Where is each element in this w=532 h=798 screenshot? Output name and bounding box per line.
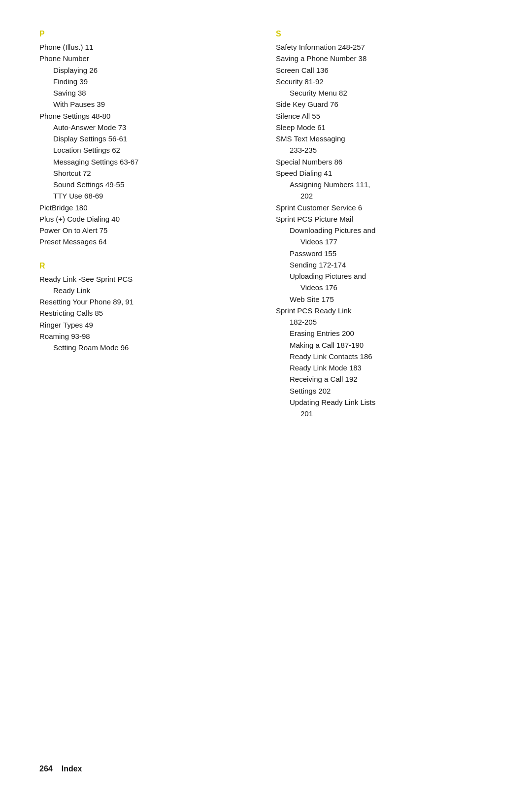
entry-ready-link-sub: Ready Link: [53, 285, 256, 296]
right-column: S Safety Information 248-257 Saving a Ph…: [276, 30, 493, 433]
entry-downloading-pictures: Downloading Pictures and: [290, 225, 493, 236]
entry-safety-info: Safety Information 248-257: [276, 41, 493, 53]
entry-sprint-customer-service: Sprint Customer Service 6: [276, 202, 493, 213]
entry-finding: Finding 39: [53, 76, 256, 87]
entry-password: Password 155: [290, 248, 493, 259]
entry-resetting-phone: Resetting Your Phone 89, 91: [39, 296, 256, 307]
entry-settings-202: Settings 202: [290, 385, 493, 397]
entry-setting-roam-mode: Setting Roam Mode 96: [53, 342, 256, 353]
entry-web-site: Web Site 175: [290, 294, 493, 305]
entry-display-settings: Display Settings 56-61: [53, 133, 256, 144]
entry-tty-use: TTY Use 68-69: [53, 190, 256, 201]
entry-messaging-settings: Messaging Settings 63-67: [53, 156, 256, 167]
entry-displaying: Displaying 26: [53, 65, 256, 76]
entry-side-key-guard: Side Key Guard 76: [276, 99, 493, 110]
entry-security-menu: Security Menu 82: [290, 87, 493, 99]
entry-201: 201: [300, 408, 493, 419]
entry-power-on-alert: Power On to Alert 75: [39, 225, 256, 236]
entry-182-205: 182-205: [290, 316, 493, 328]
left-column: P Phone (Illus.) 11 Phone Number Display…: [39, 30, 256, 433]
entry-shortcut: Shortcut 72: [53, 167, 256, 179]
entry-videos-176: Videos 176: [300, 282, 493, 293]
entry-videos-177: Videos 177: [300, 236, 493, 247]
entry-updating-ready-link-lists: Updating Ready Link Lists: [290, 397, 493, 408]
entry-security: Security 81-92: [276, 76, 493, 87]
entry-phone-number: Phone Number: [39, 53, 256, 64]
entry-sleep-mode: Sleep Mode 61: [276, 122, 493, 133]
entry-making-a-call: Making a Call 187-190: [290, 339, 493, 351]
entry-silence-all: Silence All 55: [276, 110, 493, 122]
letter-r: R: [39, 262, 256, 270]
entry-roaming: Roaming 93-98: [39, 331, 256, 342]
entry-sms-pages: 233-235: [290, 144, 493, 156]
entry-uploading-pictures: Uploading Pictures and: [290, 270, 493, 282]
footer-page-number: 264: [39, 765, 53, 773]
page-container: P Phone (Illus.) 11 Phone Number Display…: [0, 0, 532, 798]
entry-sms-text-messaging: SMS Text Messaging: [276, 133, 493, 144]
section-r: R Ready Link -See Sprint PCS Ready Link …: [39, 262, 256, 354]
index-columns: P Phone (Illus.) 11 Phone Number Display…: [39, 30, 493, 433]
entry-screen-call: Screen Call 136: [276, 65, 493, 76]
entry-sound-settings: Sound Settings 49-55: [53, 179, 256, 190]
entry-special-numbers: Special Numbers 86: [276, 156, 493, 167]
entry-ringer-types: Ringer Types 49: [39, 319, 256, 331]
entry-restricting-calls: Restricting Calls 85: [39, 307, 256, 319]
entry-pictbridge: PictBridge 180: [39, 202, 256, 213]
entry-plus-code: Plus (+) Code Dialing 40: [39, 213, 256, 225]
entry-erasing-entries: Erasing Entries 200: [290, 328, 493, 339]
footer-index-label: Index: [62, 765, 82, 773]
entry-phone-settings: Phone Settings 48-80: [39, 110, 256, 122]
letter-s: S: [276, 30, 493, 38]
section-p: P Phone (Illus.) 11 Phone Number Display…: [39, 30, 256, 248]
entry-sending: Sending 172-174: [290, 259, 493, 270]
entry-ready-link-contacts: Ready Link Contacts 186: [290, 351, 493, 362]
page-footer: 264 Index: [39, 765, 82, 773]
entry-sprint-pcs-ready-link: Sprint PCS Ready Link: [276, 305, 493, 316]
entry-receiving-a-call: Receiving a Call 192: [290, 373, 493, 385]
entry-preset-messages: Preset Messages 64: [39, 236, 256, 247]
entry-saving-phone-number: Saving a Phone Number 38: [276, 53, 493, 64]
entry-auto-answer: Auto-Answer Mode 73: [53, 122, 256, 133]
entry-assigning-numbers: Assigning Numbers 111,: [290, 179, 493, 190]
entry-phone-illus: Phone (Illus.) 11: [39, 41, 256, 53]
section-s: S Safety Information 248-257 Saving a Ph…: [276, 30, 493, 419]
entry-sprint-pcs-picture-mail: Sprint PCS Picture Mail: [276, 213, 493, 225]
entry-with-pauses: With Pauses 39: [53, 99, 256, 110]
entry-assigning-numbers-2: 202: [300, 190, 493, 201]
entry-saving: Saving 38: [53, 87, 256, 99]
letter-p: P: [39, 30, 256, 38]
entry-ready-link-see: Ready Link -See Sprint PCS: [39, 273, 256, 285]
entry-ready-link-mode: Ready Link Mode 183: [290, 362, 493, 373]
entry-location-settings: Location Settings 62: [53, 144, 256, 156]
entry-speed-dialing: Speed Dialing 41: [276, 167, 493, 179]
